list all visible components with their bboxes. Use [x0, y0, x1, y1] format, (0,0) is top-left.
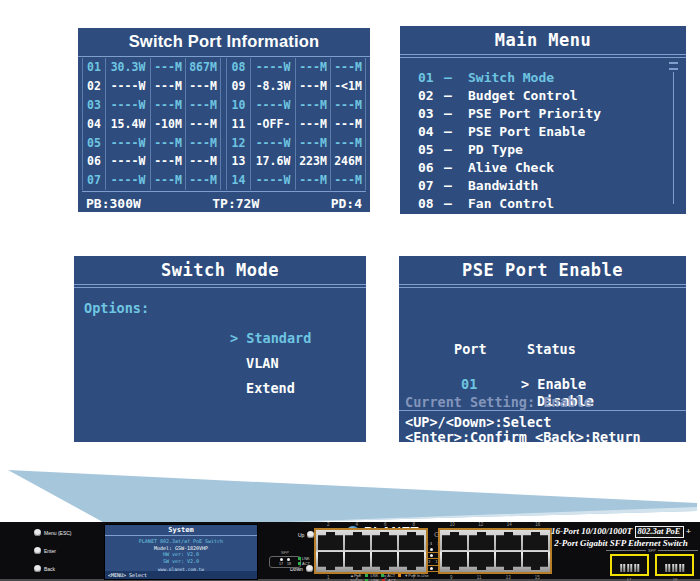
screen-title: Switch Mode — [74, 256, 366, 282]
menu-item-separator: – — [444, 160, 468, 178]
menu-item-number: 05 — [418, 142, 444, 160]
led-icon — [430, 554, 433, 557]
power-cell: ----W — [251, 58, 296, 77]
port-number: 5 — [384, 575, 387, 580]
current-setting-text: Current Setting: Enable — [405, 394, 592, 410]
menu-item-pd-type: 05–PD Type — [418, 142, 686, 160]
port-number: 8 — [412, 522, 415, 527]
led-icon — [430, 567, 433, 570]
speed-cell: ---M — [331, 96, 366, 115]
menu-item-number: 06 — [418, 160, 444, 178]
rj45-port-bank-2 — [438, 528, 552, 574]
table-row: 0415.4W-10M---M11-OFF----M---M — [82, 114, 366, 133]
power-cell: ----W — [251, 133, 296, 152]
options-label: Options: — [84, 300, 366, 316]
poe-badge: 802.3at PoE — [635, 526, 684, 538]
led-icon — [287, 558, 290, 561]
lcd-title: System — [105, 525, 257, 536]
divider — [74, 284, 366, 288]
switch-front-panel: Menu (ESC) Enter Back System PLANET 802.… — [0, 522, 700, 581]
menu-item-separator: – — [444, 124, 468, 142]
menu-item-number: 07 — [418, 178, 444, 196]
speed-cell: ---M — [151, 171, 186, 190]
menu-item-label: PSE Port Enable — [468, 124, 585, 142]
sfp-indicator-label: SFP — [262, 550, 308, 555]
port-numbers-bottom: 1357 — [314, 575, 428, 580]
port-numbers-bottom: 9111315 — [438, 575, 552, 580]
menu-item-number: 04 — [418, 124, 444, 142]
speed-cell: ---M — [296, 58, 331, 77]
speed-cell: ---M — [296, 114, 331, 133]
port-column-header: Port — [454, 341, 487, 357]
table-row: 0130.3W---M867M08----W---M---M — [82, 58, 366, 77]
menu-item-label: Alive Check — [468, 160, 554, 178]
menu-list: 01–Switch Mode 02–Budget Control 03–PSE … — [418, 70, 686, 214]
divider — [399, 410, 686, 411]
pd-count-value: PD:4 — [331, 196, 362, 211]
port-number-cell: 01 — [82, 58, 106, 77]
speed-cell: ---M — [296, 133, 331, 152]
help-line-confirm: <Enter>:Confirm <Back>:Return — [405, 429, 641, 445]
speed-cell: ---M — [296, 171, 331, 190]
menu-item-number: 02 — [418, 88, 444, 106]
button-icon — [34, 565, 41, 572]
speed-cell: ---M — [186, 171, 221, 190]
menu-item-pse-port-priority: 03–PSE Port Priority — [418, 106, 686, 124]
speed-cell: ---M — [186, 96, 221, 115]
speed-cell: ---M — [331, 114, 366, 133]
divider — [399, 284, 686, 288]
rj45-port — [318, 532, 343, 550]
headline-line-2: 2-Port Gigabit SFP Ethernet Switch — [554, 538, 688, 548]
legend-act: ACT — [302, 561, 310, 566]
speed-cell: 223M — [296, 152, 331, 171]
sfp-connector-pins — [665, 564, 685, 572]
table-row: 03----W---M---M10----W---M---M — [82, 96, 366, 115]
menu-item-label: Switch Mode — [468, 70, 554, 88]
screen-title: Switch Port Information — [78, 28, 370, 54]
menu-item-label: PSE Port Priority — [468, 106, 601, 124]
power-cell: ----W — [106, 77, 151, 96]
rj45-port — [496, 552, 521, 570]
table-row: 06----W---M---M1317.6W223M246M — [82, 152, 366, 171]
button-label: Enter — [44, 548, 56, 554]
port-number-cell: 06 — [82, 152, 106, 171]
power-cell: 17.6W — [251, 152, 296, 171]
button-icon — [34, 529, 41, 536]
menu-item-label: Budget Control — [468, 88, 578, 106]
sfp-slot-area: SFP 17 18 — [606, 548, 698, 581]
menu-item-number: 01 — [418, 70, 444, 88]
menu-item-number: 03 — [418, 106, 444, 124]
port-number: 2 — [327, 522, 330, 527]
port-number: 9 — [450, 575, 453, 580]
rj45-port — [442, 532, 467, 550]
port-number-cell: 11 — [227, 114, 251, 133]
speed-cell: 246M — [331, 152, 366, 171]
speed-cell: ---M — [186, 77, 221, 96]
rj45-port — [345, 552, 370, 570]
menu-item-bandwidth: 07–Bandwidth — [418, 178, 686, 196]
port-numbers-top: 2468 — [314, 522, 428, 527]
lcd-footer: <MENU> Select — [105, 571, 257, 579]
button-label: Back — [44, 566, 55, 572]
screen-pse-port-enable: PSE Port Enable Port Status 01 > Enable … — [399, 256, 686, 442]
menu-item-separator: – — [444, 142, 468, 160]
sfp-slot-number: 17 — [627, 577, 631, 581]
button-label: Up — [298, 532, 304, 538]
menu-item-separator: – — [444, 196, 468, 214]
menu-item-budget-control: 02–Budget Control — [418, 88, 686, 106]
sfp-led-number: 17 — [279, 562, 283, 566]
sfp-slots-label: SFP — [606, 548, 698, 553]
status-column-header: Status — [527, 341, 576, 357]
sfp-led-box: 17 18 — [269, 556, 301, 568]
port-value: 01 — [461, 376, 477, 392]
power-cell: ----W — [106, 133, 151, 152]
table-row: 02----W---M---M09-8.3W---M-<1M — [82, 77, 366, 96]
rj45-port — [523, 552, 548, 570]
product-headline: 16-Port 10/100/1000T 802.3at PoE + 2-Por… — [544, 526, 698, 549]
power-budget-value: PB:300W — [86, 196, 141, 211]
speed-cell: ---M — [331, 171, 366, 190]
option-standard-selected: > Standard — [230, 330, 366, 346]
back-button: Back — [34, 565, 55, 572]
rj45-port-bank-1 — [314, 528, 428, 574]
port-number-cell: 05 — [82, 133, 106, 152]
